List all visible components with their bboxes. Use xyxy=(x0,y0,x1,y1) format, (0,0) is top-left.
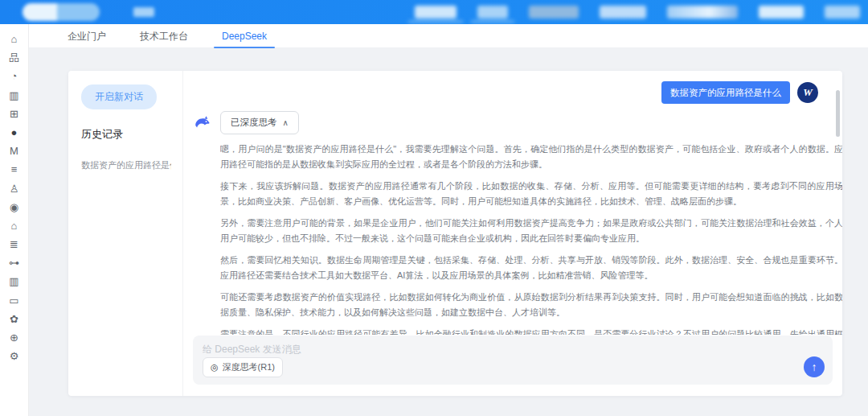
menu-lines-icon[interactable]: ≣ xyxy=(7,238,22,250)
reasoning-paragraph: 需要注意的是，不同行业的应用路径可能有差异，比如金融行业和制造业的数据应用方向不… xyxy=(220,327,842,335)
folder-icon[interactable]: ▭ xyxy=(7,294,22,307)
top-nav-item[interactable] xyxy=(477,6,508,19)
deepseek-chat-card: 开启新对话 历史记录 数据资产的应用路径是什么 数据资产的应用路径是什么 W xyxy=(68,71,842,396)
deep-think-r1-label: 深度思考(R1) xyxy=(223,361,275,373)
chevron-up-icon: ∧ xyxy=(283,118,289,127)
deep-think-icon: ◎ xyxy=(211,362,219,373)
globe-icon[interactable]: ⊕ xyxy=(7,332,22,344)
top-nav-item[interactable] xyxy=(667,6,738,19)
dark-logo-icon[interactable]: ● xyxy=(7,126,22,138)
sitemap-icon[interactable]: ⊶ xyxy=(7,257,22,269)
user-avatar: W xyxy=(797,82,818,103)
reasoning-paragraph: 接下来，我应该拆解问题。数据资产的应用路径通常有几个阶段，比如数据的收集、存储、… xyxy=(220,179,842,208)
top-nav-item[interactable] xyxy=(600,6,646,19)
home-icon[interactable]: ⌂ xyxy=(7,33,22,45)
history-list-item[interactable]: 数据资产的应用路径是什么 xyxy=(81,159,171,171)
list-icon[interactable]: ≡ xyxy=(7,163,22,175)
top-nav-item[interactable] xyxy=(415,6,457,19)
collapse-menu-icon[interactable] xyxy=(133,7,154,17)
history-list: 数据资产的应用路径是什么 xyxy=(81,159,171,171)
tab-tech-workbench[interactable]: 技术工作台 xyxy=(129,24,199,48)
tab-deepseek[interactable]: DeepSeek xyxy=(211,24,278,48)
reasoning-paragraph: 可能还需要考虑数据资产的价值实现路径，比如数据如何转化为商业价值，从原始数据到分… xyxy=(220,290,842,319)
media-card-icon[interactable]: ⊞ xyxy=(7,108,22,120)
barcode-2-icon[interactable]: ▥ xyxy=(7,275,22,287)
history-title: 历史记录 xyxy=(81,127,171,142)
flower-gear-icon[interactable]: ✿ xyxy=(7,313,22,325)
letter-m-icon[interactable]: M xyxy=(7,145,22,157)
send-button[interactable]: ↑ xyxy=(804,356,825,377)
reasoning-paragraph: 另外，需要注意用户可能的背景，如果是企业用户，他们可能关注如何利用数据资产提高竞… xyxy=(220,216,842,245)
message-input[interactable]: 给 DeepSeek 发送消息 ◎ 深度思考(R1) ↑ xyxy=(193,336,833,385)
vertical-scrollbar-thumb[interactable] xyxy=(836,90,840,137)
reasoning-paragraph: 然后，需要回忆相关知识。数据生命周期管理是关键，包括采集、存储、处理、分析、共享… xyxy=(220,253,842,282)
arrow-up-icon: ↑ xyxy=(812,360,817,373)
icon-rail-sidebar: ⌂品◔▥⊞●M≡♙◉⌂≣⊶▥▭✿⊕⚙ xyxy=(0,24,29,416)
chat-column: 数据资产的应用路径是什么 W 已深度思考 ∧ xyxy=(182,71,842,396)
input-placeholder: 给 DeepSeek 发送消息 xyxy=(203,343,823,356)
barcode-icon[interactable]: ▥ xyxy=(7,89,22,101)
history-panel: 开启新对话 历史记录 数据资产的应用路径是什么 xyxy=(68,71,182,396)
reasoning-paragraph: 嗯，用户问的是"数据资产的应用路径是什么"，我需要先理解这个问题。首先，确定他们… xyxy=(220,142,842,171)
org-chart-icon[interactable]: 品 xyxy=(7,51,22,64)
pie-chart-icon[interactable]: ◔ xyxy=(7,70,22,82)
deep-thought-toggle[interactable]: 已深度思考 ∧ xyxy=(220,111,299,134)
reasoning-text: 嗯，用户问的是"数据资产的应用路径是什么"，我需要先理解这个问题。首先，确定他们… xyxy=(220,142,842,335)
top-app-bar xyxy=(0,0,868,24)
message-scroll-area[interactable]: 数据资产的应用路径是什么 W 已深度思考 ∧ xyxy=(183,71,842,336)
deep-thought-label: 已深度思考 xyxy=(231,117,277,129)
new-chat-button[interactable]: 开启新对话 xyxy=(81,84,157,109)
user-message-row: 数据资产的应用路径是什么 W xyxy=(193,81,828,104)
tab-enterprise-portal[interactable]: 企业门户 xyxy=(56,24,117,48)
main-content-area: 开启新对话 历史记录 数据资产的应用路径是什么 数据资产的应用路径是什么 W xyxy=(29,48,868,416)
top-nav-item[interactable] xyxy=(759,6,804,19)
app-logo xyxy=(23,3,100,21)
workspace-tabbar: 企业门户技术工作台DeepSeek xyxy=(29,24,868,48)
top-nav-item[interactable] xyxy=(529,6,579,19)
top-nav xyxy=(415,0,860,24)
assistant-row: 已深度思考 ∧ xyxy=(193,111,828,134)
shield-icon[interactable]: ◉ xyxy=(7,201,22,213)
deepseek-whale-icon xyxy=(193,113,212,133)
home-2-icon[interactable]: ⌂ xyxy=(7,220,22,232)
settings-gear-icon[interactable]: ⚙ xyxy=(7,350,22,362)
user-message-bubble: 数据资产的应用路径是什么 xyxy=(661,81,790,104)
top-nav-item[interactable] xyxy=(825,6,860,19)
deep-think-r1-button[interactable]: ◎ 深度思考(R1) xyxy=(203,357,283,377)
user-icon[interactable]: ♙ xyxy=(7,183,22,195)
